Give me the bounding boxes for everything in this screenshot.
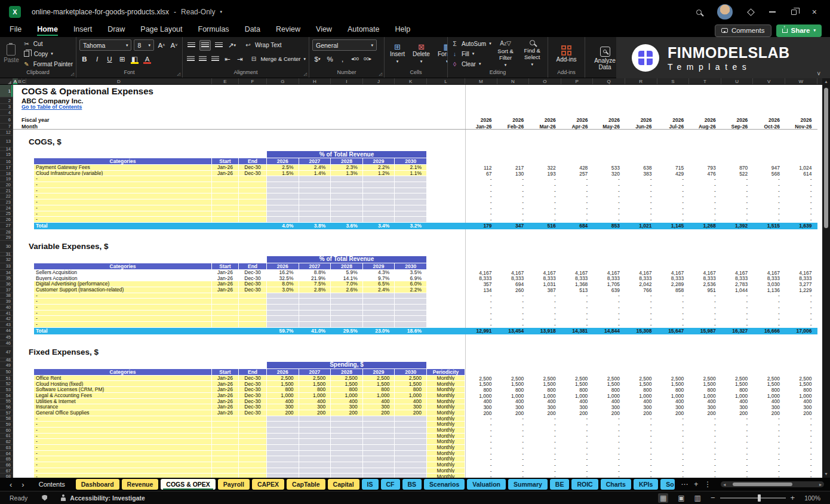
find-select-button[interactable]: Find & Select▾ [519, 40, 545, 67]
cell[interactable]: - [721, 299, 754, 305]
cell[interactable] [212, 199, 239, 205]
cell[interactable] [212, 439, 239, 445]
cell[interactable] [267, 217, 299, 223]
cell[interactable]: - [593, 188, 625, 194]
column-header[interactable]: E [212, 78, 239, 84]
cell[interactable]: - [529, 293, 561, 299]
cell[interactable]: - [657, 456, 690, 462]
cell[interactable]: 1.3% [331, 171, 363, 177]
cell[interactable]: - [529, 299, 561, 305]
row-header[interactable]: 34 [0, 270, 13, 276]
column-header[interactable]: B [18, 78, 22, 84]
cell[interactable] [331, 316, 363, 322]
cell[interactable]: 2.5% [267, 165, 299, 171]
cell[interactable]: - [753, 211, 785, 217]
align-left-icon[interactable] [186, 54, 195, 64]
cell[interactable]: - [785, 193, 817, 199]
cell[interactable]: - [689, 176, 721, 182]
cell[interactable]: 4,167 [593, 270, 625, 276]
row-header[interactable]: 63 [0, 445, 13, 451]
cell[interactable]: - [689, 416, 721, 422]
cell[interactable]: - [753, 316, 785, 322]
cell[interactable]: Customer Support (transaction-related) [34, 287, 212, 293]
cell[interactable]: 2,500 [689, 376, 721, 382]
page-title[interactable]: COGS & Operational Expenses [13, 85, 153, 97]
cell[interactable]: - [593, 416, 625, 422]
addins-button[interactable]: Add-ins [554, 45, 579, 63]
cell[interactable]: 2026 [753, 116, 785, 124]
cell[interactable]: - [561, 468, 594, 474]
cell[interactable]: - [657, 474, 690, 478]
cell[interactable]: - [657, 434, 690, 440]
cell[interactable]: Monthly [427, 404, 465, 410]
cell[interactable]: 2026 [657, 116, 690, 124]
cell[interactable]: 1,515 [753, 223, 785, 229]
cell[interactable]: - [465, 188, 497, 194]
cell[interactable]: - [625, 199, 657, 205]
cell[interactable]: 300 [395, 404, 427, 410]
cell[interactable]: - [593, 445, 625, 451]
cell[interactable]: 1,000 [395, 393, 427, 399]
cell[interactable]: - [785, 468, 817, 474]
sheet-tab-charts[interactable]: Charts [601, 479, 631, 490]
cell[interactable]: 2,536 [689, 281, 721, 287]
cell[interactable]: - [497, 182, 530, 188]
cell[interactable]: 200 [657, 410, 690, 416]
page-break-view-icon[interactable]: ▥ [694, 494, 701, 502]
cell[interactable]: - [785, 305, 817, 311]
cell[interactable]: Jan-26 [212, 381, 239, 387]
cell[interactable] [212, 451, 239, 457]
cell[interactable]: 8,333 [689, 276, 721, 282]
clear-button[interactable]: ◊Clear▾ [451, 59, 491, 69]
cell[interactable] [363, 217, 395, 223]
cell[interactable]: - [561, 182, 594, 188]
cell[interactable]: 14.1% [331, 276, 363, 282]
cell[interactable]: - [465, 193, 497, 199]
cell[interactable]: - [657, 176, 690, 182]
cell[interactable]: - [625, 193, 657, 199]
row-header[interactable]: 39 [0, 299, 13, 305]
cell[interactable]: 800 [785, 387, 817, 393]
cell[interactable]: - [497, 422, 530, 428]
cell[interactable]: - [753, 305, 785, 311]
cell[interactable]: 800 [689, 387, 721, 393]
cell[interactable] [363, 322, 395, 328]
cell[interactable]: 400 [299, 399, 331, 405]
cell[interactable]: Utilities & Internet [34, 399, 212, 405]
cell[interactable]: 793 [689, 165, 721, 171]
row-header[interactable]: 61 [0, 434, 13, 440]
cell[interactable]: 4,167 [497, 270, 530, 276]
cell[interactable]: 4,167 [689, 270, 721, 276]
cell[interactable]: Jul-26 [657, 124, 690, 129]
month-label[interactable]: Month [13, 124, 465, 129]
cell[interactable] [212, 188, 239, 194]
number-format-select[interactable]: General▾ [312, 39, 377, 51]
cell[interactable]: - [753, 188, 785, 194]
cell[interactable] [299, 456, 331, 462]
cell[interactable] [331, 176, 363, 182]
cell[interactable] [395, 293, 427, 299]
cell[interactable]: 400 [497, 399, 530, 405]
zoom-level[interactable]: 100% [804, 494, 820, 502]
sheet-tab-cogs-opex[interactable]: COGS & OPEX [161, 479, 216, 490]
cell[interactable]: 800 [529, 387, 561, 393]
zoom-out-icon[interactable]: − [711, 493, 715, 502]
cell[interactable]: - [657, 188, 690, 194]
cell[interactable]: 3.8% [299, 223, 331, 229]
cell[interactable]: 2.2% [363, 165, 395, 171]
row-header[interactable]: 45 [0, 334, 13, 340]
cell[interactable]: 300 [561, 404, 594, 410]
cell[interactable]: - [34, 422, 212, 428]
menu-tab-automate[interactable]: Automate [348, 25, 380, 36]
cell[interactable]: 1,145 [657, 223, 690, 229]
cell[interactable]: - [785, 188, 817, 194]
cell[interactable]: - [625, 439, 657, 445]
cell[interactable]: 300 [785, 404, 817, 410]
cell[interactable] [331, 188, 363, 194]
sheet-tab-contents[interactable]: Contents [30, 479, 73, 490]
cell[interactable] [239, 193, 267, 199]
cell[interactable]: - [561, 428, 594, 434]
cell[interactable]: - [785, 474, 817, 478]
cell[interactable]: - [721, 434, 754, 440]
cell[interactable]: - [561, 205, 594, 211]
